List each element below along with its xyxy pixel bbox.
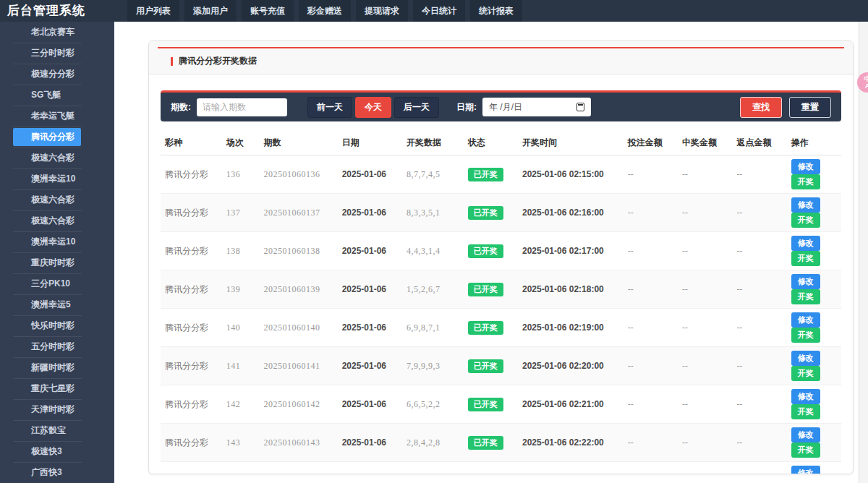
table-row: 腾讯分分彩1362025010601362025-01-068,7,7,4,5已… bbox=[161, 155, 841, 194]
today-button[interactable]: 今天 bbox=[355, 97, 391, 118]
sidebar-item-澳洲幸运10[interactable]: 澳洲幸运10 bbox=[0, 231, 114, 252]
cell-date: 2025-01-06 bbox=[338, 462, 402, 474]
sidebar-item-澳洲幸运5[interactable]: 澳洲幸运5 bbox=[0, 294, 114, 315]
edit-button[interactable]: 修改 bbox=[791, 274, 820, 289]
cell-session: 142 bbox=[222, 385, 260, 424]
card-body: 期数: 前一天 今天 后一天 日期: 年 /月/日 查找 重置 bbox=[149, 74, 853, 474]
next-day-button[interactable]: 后一天 bbox=[394, 97, 439, 118]
edit-button[interactable]: 修改 bbox=[791, 351, 820, 366]
draw-button[interactable]: 开奖 bbox=[791, 443, 820, 458]
sidebar-item-三分时时彩[interactable]: 三分时时彩 bbox=[0, 43, 114, 64]
sidebar-item-极速分分彩[interactable]: 极速分分彩 bbox=[0, 64, 114, 85]
table-row: 腾讯分分彩1442025010601442025-01-067,5,8,6,2已… bbox=[161, 462, 841, 474]
sidebar-item-五分时时彩[interactable]: 五分时时彩 bbox=[0, 336, 114, 357]
sidebar-item-老幸运飞艇[interactable]: 老幸运飞艇 bbox=[0, 106, 114, 127]
status-badge: 已开奖 bbox=[468, 283, 503, 296]
cell-draw-numbers: 7,9,9,9,3 bbox=[402, 347, 464, 385]
sidebar-item-广西快3[interactable]: 广西快3 bbox=[0, 462, 114, 483]
sidebar-item-腾讯分分彩[interactable]: 腾讯分分彩 bbox=[0, 127, 114, 148]
draw-data-table: 彩种场次期数日期开奖数据状态开奖时间投注金额中奖金额返点金额操作 腾讯分分彩13… bbox=[161, 131, 841, 474]
cell-date: 2025-01-06 bbox=[338, 232, 402, 270]
sidebar-item-极速六合彩[interactable]: 极速六合彩 bbox=[0, 148, 114, 168]
sidebar-item-三分PK10[interactable]: 三分PK10 bbox=[0, 273, 114, 294]
edit-button[interactable]: 修改 bbox=[791, 427, 820, 443]
topnav-item-用户列表[interactable]: 用户列表 bbox=[127, 0, 179, 22]
topnav-item-添加用户[interactable]: 添加用户 bbox=[184, 0, 237, 22]
draw-button[interactable]: 开奖 bbox=[791, 366, 820, 381]
cell-session: 143 bbox=[222, 424, 260, 462]
cell-actions: 修改开奖 bbox=[787, 270, 841, 309]
draw-button[interactable]: 开奖 bbox=[791, 251, 820, 266]
cell-draw-time: 2025-01-06 02:16:00 bbox=[518, 194, 624, 232]
sidebar-item-重庆七星彩[interactable]: 重庆七星彩 bbox=[0, 378, 114, 399]
sidebar-item-澳洲幸运10[interactable]: 澳洲幸运10 bbox=[0, 168, 114, 189]
table-row: 腾讯分分彩1432025010601432025-01-062,8,4,2,8已… bbox=[161, 424, 841, 462]
draw-button[interactable]: 开奖 bbox=[791, 328, 820, 343]
topnav-item-统计报表[interactable]: 统计报表 bbox=[470, 0, 522, 22]
column-header-期数: 期数 bbox=[259, 131, 337, 155]
cell-win-amount: -- bbox=[678, 194, 732, 232]
cell-actions: 修改开奖 bbox=[787, 462, 841, 474]
card-header: 腾讯分分彩开奖数据 bbox=[149, 41, 853, 74]
cell-date: 2025-01-06 bbox=[338, 347, 402, 385]
calendar-icon[interactable] bbox=[576, 103, 584, 111]
cell-date: 2025-01-06 bbox=[338, 155, 402, 194]
topnav-item-今日统计[interactable]: 今日统计 bbox=[413, 0, 465, 22]
topnav-item-账号充值[interactable]: 账号充值 bbox=[242, 0, 294, 22]
cell-date: 2025-01-06 bbox=[338, 194, 402, 232]
sidebar-item-天津时时彩[interactable]: 天津时时彩 bbox=[0, 399, 114, 420]
cell-lottery: 腾讯分分彩 bbox=[161, 194, 222, 232]
cell-win-amount: -- bbox=[678, 462, 732, 474]
sidebar-item-老北京赛车[interactable]: 老北京赛车 bbox=[0, 22, 114, 43]
cell-win-amount: -- bbox=[678, 270, 732, 309]
sidebar-item-快乐时时彩[interactable]: 快乐时时彩 bbox=[0, 315, 114, 336]
cell-rebate-amount: -- bbox=[732, 347, 786, 385]
sidebar-item-江苏骰宝[interactable]: 江苏骰宝 bbox=[0, 420, 114, 441]
edit-button[interactable]: 修改 bbox=[791, 389, 820, 404]
title-accent-bar bbox=[171, 57, 173, 66]
edit-button[interactable]: 修改 bbox=[791, 236, 820, 251]
sidebar-item-极速快3[interactable]: 极速快3 bbox=[0, 441, 114, 462]
cell-date: 2025-01-06 bbox=[338, 424, 402, 462]
topnav-item-提现请求[interactable]: 提现请求 bbox=[356, 0, 408, 22]
cell-draw-time: 2025-01-06 02:15:00 bbox=[518, 155, 624, 194]
cell-session: 140 bbox=[222, 309, 260, 347]
edit-button[interactable]: 修改 bbox=[791, 197, 820, 213]
sidebar-item-极速六合彩[interactable]: 极速六合彩 bbox=[0, 210, 114, 231]
cell-draw-numbers: 2,8,4,2,8 bbox=[402, 424, 464, 462]
edit-button[interactable]: 修改 bbox=[791, 466, 820, 474]
cell-issue: 202501060138 bbox=[259, 232, 337, 270]
draw-button[interactable]: 开奖 bbox=[791, 404, 820, 419]
edit-button[interactable]: 修改 bbox=[791, 312, 820, 328]
sidebar-item-SG飞艇[interactable]: SG飞艇 bbox=[0, 85, 114, 106]
column-header-开奖数据: 开奖数据 bbox=[402, 131, 464, 155]
search-button[interactable]: 查找 bbox=[740, 97, 782, 118]
cell-draw-time: 2025-01-06 02:22:00 bbox=[518, 424, 624, 462]
prev-day-button[interactable]: 前一天 bbox=[307, 97, 352, 118]
cell-draw-numbers: 4,4,3,1,4 bbox=[402, 232, 464, 270]
cell-rebate-amount: -- bbox=[732, 309, 786, 347]
topnav-item-彩金赠送[interactable]: 彩金赠送 bbox=[299, 0, 351, 22]
cell-draw-time: 2025-01-06 02:23:00 bbox=[518, 462, 624, 474]
cell-session: 141 bbox=[222, 347, 260, 385]
edit-button[interactable]: 修改 bbox=[791, 159, 820, 174]
draw-button[interactable]: 开奖 bbox=[791, 174, 820, 189]
sidebar-item-极速六合彩[interactable]: 极速六合彩 bbox=[0, 189, 114, 210]
cell-win-amount: -- bbox=[678, 385, 732, 424]
sidebar-item-重庆时时彩[interactable]: 重庆时时彩 bbox=[0, 252, 114, 273]
app-title: 后台管理系统 bbox=[0, 0, 114, 22]
draw-button[interactable]: 开奖 bbox=[791, 289, 820, 304]
date-input[interactable]: 年 /月/日 bbox=[482, 98, 591, 116]
cell-draw-time: 2025-01-06 02:17:00 bbox=[518, 232, 624, 270]
cell-win-amount: -- bbox=[678, 155, 732, 194]
cell-issue: 202501060137 bbox=[259, 194, 337, 232]
topnav-menu: 用户列表添加用户账号充值彩金赠送提现请求今日统计统计报表 bbox=[127, 0, 522, 22]
cell-session: 138 bbox=[222, 232, 260, 270]
column-header-日期: 日期 bbox=[338, 131, 402, 155]
reset-button[interactable]: 重置 bbox=[789, 97, 831, 118]
draw-button[interactable]: 开奖 bbox=[791, 213, 820, 228]
sidebar-item-新疆时时彩[interactable]: 新疆时时彩 bbox=[0, 357, 114, 378]
cell-rebate-amount: -- bbox=[732, 462, 786, 474]
cell-win-amount: -- bbox=[678, 347, 732, 385]
issue-input[interactable] bbox=[197, 98, 287, 116]
